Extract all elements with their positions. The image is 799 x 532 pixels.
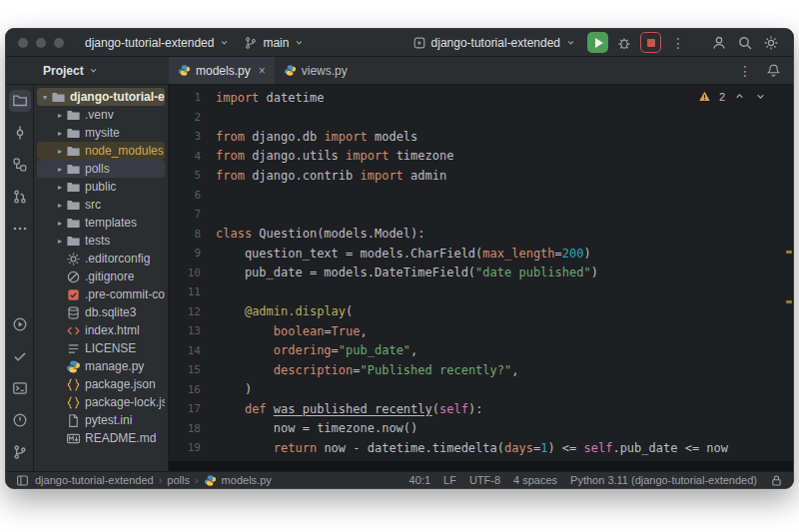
chevron-down-icon[interactable]: ▾ bbox=[39, 93, 51, 102]
previous-problem-button[interactable] bbox=[733, 90, 746, 103]
project-folder-button[interactable] bbox=[9, 90, 31, 112]
status-item[interactable]: UTF-8 bbox=[469, 474, 500, 486]
line-number[interactable]: 11 bbox=[169, 285, 201, 298]
chevron-right-icon[interactable]: ▸ bbox=[54, 111, 66, 120]
run-button[interactable] bbox=[9, 313, 31, 335]
tab-options-button[interactable]: ⋮ bbox=[732, 63, 758, 79]
chevron-right-icon[interactable]: ▸ bbox=[54, 237, 66, 246]
inspections-widget[interactable]: 2 bbox=[694, 89, 771, 104]
line-number[interactable]: 10 bbox=[169, 266, 201, 279]
code-line[interactable]: 3from django.db import models bbox=[169, 127, 793, 147]
search-button[interactable] bbox=[733, 31, 757, 55]
tree-item[interactable]: .pre-commit-config.yaml bbox=[37, 285, 165, 303]
warning-stripe-mark[interactable] bbox=[786, 300, 792, 303]
more-run-options-button[interactable]: ⋮ bbox=[665, 35, 691, 51]
tree-item[interactable]: ▸public bbox=[37, 178, 165, 196]
line-number[interactable]: 15 bbox=[169, 363, 201, 376]
stop-button[interactable] bbox=[640, 32, 661, 53]
editor[interactable]: 1import datetime23from django.db import … bbox=[169, 85, 793, 471]
status-item[interactable]: 4 spaces bbox=[513, 474, 557, 486]
code-line[interactable]: 17 def was_published_recently(self): bbox=[169, 399, 793, 419]
tree-item[interactable]: LICENSE bbox=[37, 339, 165, 357]
settings-button[interactable] bbox=[759, 31, 783, 55]
code-line[interactable]: 14 ordering="pub_date", bbox=[169, 341, 793, 361]
tree-item[interactable]: README.md bbox=[37, 429, 165, 447]
line-number[interactable]: 3 bbox=[169, 130, 201, 143]
window-layout-icon[interactable] bbox=[16, 474, 29, 487]
line-number[interactable]: 19 bbox=[169, 441, 201, 454]
code-line[interactable]: 19 return now - datetime.timedelta(days=… bbox=[169, 438, 793, 458]
chevron-right-icon[interactable]: ▸ bbox=[54, 183, 66, 192]
minimize-window-button[interactable] bbox=[36, 38, 46, 48]
pull-requests-button[interactable] bbox=[9, 186, 31, 208]
chevron-right-icon[interactable]: ▸ bbox=[54, 147, 66, 156]
tree-item[interactable]: ▸polls bbox=[37, 160, 165, 178]
line-number[interactable]: 2 bbox=[169, 111, 201, 124]
code-line[interactable]: 16 ) bbox=[169, 380, 793, 400]
tree-item[interactable]: ▸.venv bbox=[37, 106, 165, 124]
tree-item[interactable]: package.json bbox=[37, 375, 165, 393]
line-number[interactable]: 4 bbox=[169, 150, 201, 163]
tree-item[interactable]: ▾django-tutorial-extended bbox=[37, 88, 165, 106]
line-number[interactable]: 5 bbox=[169, 169, 201, 182]
lock-icon[interactable] bbox=[770, 474, 783, 487]
code-line[interactable]: 5from django.contrib import admin bbox=[169, 166, 793, 186]
tree-item[interactable]: package-lock.json bbox=[37, 393, 165, 411]
tree-item[interactable]: index.html bbox=[37, 321, 165, 339]
line-number[interactable]: 6 bbox=[169, 189, 201, 202]
tree-item[interactable]: ▸templates bbox=[37, 214, 165, 232]
line-number[interactable]: 18 bbox=[169, 422, 201, 435]
line-number[interactable]: 16 bbox=[169, 383, 201, 396]
version-control-button[interactable] bbox=[9, 441, 31, 463]
code-line[interactable]: 9 question_text = models.CharField(max_l… bbox=[169, 244, 793, 264]
breadcrumb-item[interactable]: models.py bbox=[222, 474, 272, 486]
breadcrumb-item[interactable]: polls bbox=[167, 474, 190, 486]
code-line[interactable]: 12 @admin.display( bbox=[169, 302, 793, 322]
close-tab-button[interactable]: × bbox=[259, 64, 266, 78]
project-panel-header[interactable]: Project bbox=[34, 57, 169, 84]
line-number[interactable]: 14 bbox=[169, 344, 201, 357]
next-problem-button[interactable] bbox=[754, 90, 767, 103]
notifications-button[interactable] bbox=[762, 60, 784, 82]
tree-item[interactable]: ▸src bbox=[37, 196, 165, 214]
code-line[interactable]: 7 bbox=[169, 205, 793, 225]
line-number[interactable]: 7 bbox=[169, 208, 201, 221]
line-number[interactable]: 13 bbox=[169, 324, 201, 337]
code-line[interactable]: 11 bbox=[169, 282, 793, 302]
breadcrumb-item[interactable]: django-tutorial-extended bbox=[35, 474, 154, 486]
tree-item[interactable]: ▸node_moduleslibrary root bbox=[37, 142, 165, 160]
services-button[interactable] bbox=[9, 345, 31, 367]
code-line[interactable]: 18 now = timezone.now() bbox=[169, 419, 793, 439]
status-item[interactable]: LF bbox=[443, 474, 456, 486]
chevron-right-icon[interactable]: ▸ bbox=[54, 219, 66, 228]
code-line[interactable]: 15 description="Published recently?", bbox=[169, 360, 793, 380]
code-line[interactable]: 10 pub_date = models.DateTimeField("date… bbox=[169, 264, 793, 283]
project-selector[interactable]: django-tutorial-extended bbox=[78, 33, 237, 53]
tree-item[interactable]: ▸tests bbox=[37, 232, 165, 250]
run-button[interactable] bbox=[587, 32, 608, 53]
code-line[interactable]: 4from django.utils import timezone bbox=[169, 147, 793, 167]
terminal-button[interactable] bbox=[9, 377, 31, 399]
code-line[interactable]: 13 boolean=True, bbox=[169, 321, 793, 341]
close-window-button[interactable] bbox=[18, 38, 28, 48]
line-number[interactable]: 9 bbox=[169, 247, 201, 260]
commit-button[interactable] bbox=[9, 122, 31, 144]
chevron-right-icon[interactable]: ▸ bbox=[54, 165, 66, 174]
tree-item[interactable]: .editorconfig bbox=[37, 250, 165, 267]
line-number[interactable]: 12 bbox=[169, 305, 201, 318]
line-number[interactable]: 8 bbox=[169, 228, 201, 241]
editor-tab[interactable]: models.py× bbox=[169, 57, 275, 84]
tree-item[interactable]: db.sqlite3 bbox=[37, 303, 165, 321]
code-line[interactable]: 8class Question(models.Model): bbox=[169, 225, 793, 245]
status-item[interactable]: Python 3.11 (django-tutorial-extended) bbox=[570, 474, 757, 486]
zoom-window-button[interactable] bbox=[54, 38, 64, 48]
problems-button[interactable] bbox=[9, 409, 31, 431]
line-number[interactable]: 17 bbox=[169, 402, 201, 415]
more-tools-button[interactable] bbox=[9, 218, 31, 240]
account-button[interactable] bbox=[707, 31, 731, 55]
structure-button[interactable] bbox=[9, 154, 31, 176]
code-line[interactable]: 2 bbox=[169, 108, 793, 128]
debug-button[interactable] bbox=[612, 31, 636, 55]
warning-stripe-mark[interactable] bbox=[786, 251, 792, 254]
line-number[interactable]: 1 bbox=[169, 91, 201, 104]
